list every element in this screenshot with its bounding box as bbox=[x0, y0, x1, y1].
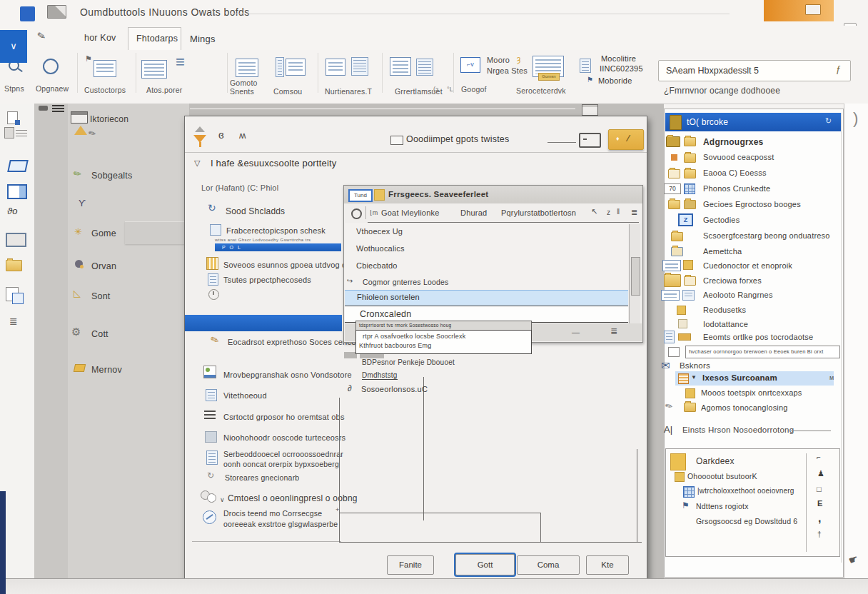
tab-active[interactable]: Fhtodarps bbox=[128, 27, 181, 51]
refresh-icon[interactable]: ↻ bbox=[825, 116, 832, 126]
ribbon-group-label[interactable]: Googof bbox=[461, 85, 487, 94]
tree-row[interactable]: Reodusetks bbox=[703, 306, 746, 314]
tree-row[interactable]: Sovuood ceacposst bbox=[703, 153, 774, 161]
tree-row[interactable]: Aemettcha bbox=[703, 247, 742, 256]
list-pane-icon[interactable] bbox=[4, 127, 14, 139]
tree-row[interactable]: Creciowa forxes bbox=[703, 276, 762, 285]
search-input[interactable] bbox=[665, 63, 832, 78]
inner-row[interactable]: Wothuocalics bbox=[356, 244, 405, 253]
selected-band[interactable] bbox=[185, 315, 342, 331]
hamburger-lines-icon[interactable] bbox=[52, 105, 64, 113]
option-item[interactable]: Vitethoeoud bbox=[223, 391, 267, 400]
nav-item[interactable]: Gome bbox=[91, 228, 116, 238]
lines-icon[interactable]: ≣ bbox=[610, 326, 617, 336]
tree-row[interactable]: Cuedonoctor et enoproik bbox=[703, 261, 792, 270]
nav-item[interactable]: Cott bbox=[91, 329, 108, 339]
corner-box-row[interactable]: Grsogsoocsd eg Dowsltdud 6 bbox=[696, 517, 797, 525]
yellow-folder-icon[interactable] bbox=[6, 260, 22, 271]
folder-pane-header[interactable]: tO( brcoke ↻ bbox=[665, 113, 841, 131]
new-item-icon[interactable] bbox=[7, 111, 18, 124]
open-folder-icon[interactable] bbox=[7, 160, 29, 172]
lines-icon[interactable]: ≣ bbox=[631, 208, 637, 217]
ribbon-group-label[interactable]: Comsou bbox=[273, 87, 302, 96]
nav-item[interactable]: Orvan bbox=[91, 261, 116, 271]
option-item[interactable]: Sood Shcladds bbox=[226, 206, 285, 216]
ribbon-group-label[interactable]: Opgnaew bbox=[36, 84, 69, 93]
corner-box-row[interactable]: Ohooootut bsutoorK bbox=[687, 472, 757, 480]
more-lines-icon[interactable]: ≣ bbox=[9, 316, 18, 327]
ribbon-group-label[interactable]: Nurtienares.T bbox=[325, 87, 372, 96]
inner-row[interactable]: Cbiecbatdo bbox=[356, 261, 398, 270]
tree-row[interactable]: Scsoergfcestarg beong onduatreso bbox=[703, 231, 830, 240]
option-item[interactable]: Serbeoddooecel ocrrooossoednrar bbox=[223, 450, 343, 458]
below-link[interactable]: Dmdhststg bbox=[362, 371, 398, 380]
tree-row[interactable]: Eeomts ortlke pos tocrodaotse bbox=[703, 333, 813, 341]
inner-row[interactable]: Vthoecex Ug bbox=[356, 227, 403, 236]
inner-menu-item[interactable]: Goat Ivleylionke bbox=[381, 208, 439, 217]
expander-icon[interactable]: ▽ bbox=[194, 158, 201, 168]
pawn-icon[interactable]: ♟ bbox=[817, 469, 824, 478]
ok-button[interactable]: Gott bbox=[455, 554, 515, 575]
option-item[interactable]: Eocadrsot exprethoso Soces cence bbox=[228, 338, 355, 346]
inner-row[interactable]: Cogmor gnterres Loodes bbox=[363, 278, 449, 286]
corner-box-row[interactable]: |wtrcholoxxethoot ooeiovnerg bbox=[697, 487, 794, 495]
tree-row[interactable]: Mooos toetspix onrtcexxaps bbox=[701, 388, 802, 397]
inner-menu-item[interactable]: Dhurad bbox=[460, 208, 487, 217]
nav-item[interactable]: Sobgealts bbox=[91, 171, 132, 181]
option-item[interactable]: Frabcerectopicspon schesk bbox=[226, 226, 326, 235]
drag-pill-icon[interactable] bbox=[39, 106, 48, 111]
corner-box-row[interactable]: Ndttens rogiotx bbox=[696, 502, 749, 510]
tree-row[interactable]: Gecioes Egroctoso booges bbox=[703, 200, 801, 208]
printer-tray-icon[interactable] bbox=[6, 233, 26, 247]
tree-row[interactable]: Adgrnougrxes bbox=[703, 137, 763, 147]
tree-row[interactable]: Bsknors bbox=[680, 361, 710, 370]
ribbon-group-label[interactable]: Custoctorps bbox=[84, 86, 126, 94]
highlight-button[interactable]: ♦ ⁄ bbox=[608, 129, 644, 150]
ribbon-group-label[interactable]: Atos.porer bbox=[146, 86, 182, 94]
search-filter-icon[interactable]: ƒ bbox=[836, 64, 841, 74]
ribbon-group-label[interactable]: Moboride bbox=[598, 76, 632, 85]
scroll-thumb[interactable] bbox=[631, 257, 640, 296]
option-item[interactable]: Drocis teend mo Corrsecgse bbox=[223, 509, 322, 518]
below-line2[interactable]: Sosoeorlonsos.uC bbox=[361, 385, 428, 393]
z-icon[interactable]: z bbox=[607, 208, 610, 216]
globe-toolbar-icon[interactable] bbox=[351, 208, 362, 219]
option-item[interactable]: Nioohohoodr ooscode turteceosrs bbox=[223, 433, 345, 442]
nav-item[interactable]: Iktoriecon bbox=[90, 114, 128, 124]
outline-button[interactable] bbox=[579, 133, 601, 148]
inner-row-highlight[interactable]: Fhioleon sortelen bbox=[345, 290, 628, 306]
ribbon-group-label[interactable]: Stpns bbox=[4, 84, 24, 93]
square-icon[interactable]: □ bbox=[817, 485, 822, 493]
tree-row-selected[interactable]: ▼ Ixesos Surcoanam м bbox=[675, 371, 834, 386]
nav-item[interactable]: Mernov bbox=[91, 365, 122, 375]
option-item[interactable]: Csrtoctd grposor ho oremtsat obs bbox=[223, 413, 345, 421]
comma-icon[interactable]: , bbox=[818, 512, 822, 525]
cursor-icon[interactable]: ↖ bbox=[591, 207, 597, 216]
tree-row[interactable]: Iodotattance bbox=[703, 320, 748, 328]
table-view-icon[interactable] bbox=[7, 184, 27, 199]
help-button[interactable]: Kte bbox=[586, 555, 629, 575]
bars-icon[interactable]: ‖ bbox=[617, 208, 620, 216]
file-menu-button[interactable]: ∨ bbox=[0, 30, 27, 63]
inner-menu-item[interactable]: Pqrylurstatbotlertosn bbox=[501, 208, 576, 217]
apply-button[interactable]: Fanite bbox=[387, 555, 434, 575]
tree-row[interactable]: Phonos Crunkedte bbox=[703, 184, 770, 193]
tree-row[interactable]: Agomos tonocanglosing bbox=[701, 403, 788, 412]
option-item[interactable]: Soveoos esunnos gpoea utdvog oose bbox=[223, 261, 360, 269]
tree-row[interactable]: Gectodies bbox=[703, 216, 740, 224]
tree-row[interactable]: Eaooa C) Eoesss bbox=[703, 168, 767, 177]
option-item[interactable]: Mrovbepgranshak osno Vondsotore bbox=[223, 371, 352, 379]
dash-icon[interactable]: — bbox=[572, 328, 580, 336]
ribbon-group-label[interactable]: Serocetcerdvk bbox=[516, 86, 566, 95]
option-item[interactable]: Tsutes prpectphecoseds bbox=[223, 276, 311, 284]
option-item[interactable]: Storeares gnecionarb bbox=[225, 473, 299, 482]
inner-titlebar[interactable]: Tund Frrsgeecs. Seaveeferleet bbox=[344, 186, 642, 203]
tab-home[interactable]: hor Kov bbox=[84, 33, 116, 43]
cancel-button[interactable]: Coma bbox=[517, 555, 580, 575]
ribbon-group-label[interactable]: Gomoto Snents bbox=[230, 79, 271, 96]
option-item[interactable]: Cmtoesl o oeonlingpresl o oobng bbox=[228, 493, 358, 503]
dagger-icon[interactable]: † bbox=[817, 530, 822, 538]
selected-mini-bar[interactable]: P O L bbox=[215, 243, 341, 251]
e-icon[interactable]: E bbox=[817, 499, 823, 508]
inner-scrollbar[interactable] bbox=[629, 224, 640, 324]
